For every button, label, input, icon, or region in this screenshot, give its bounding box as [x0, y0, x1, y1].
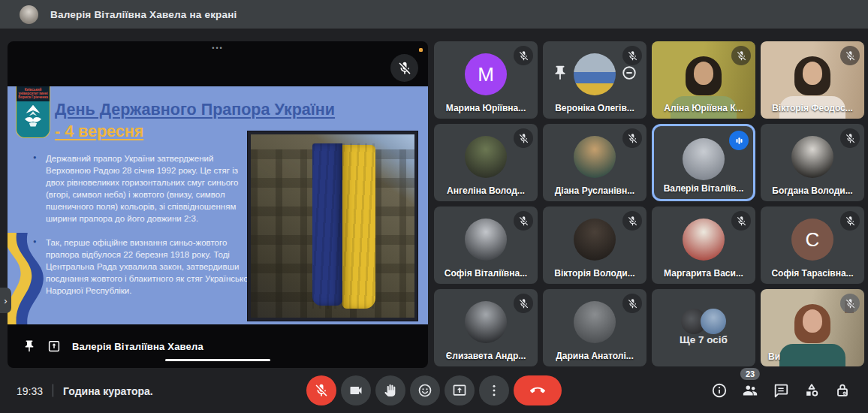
participants-grid: MМарина Юріївна...Вероніка Олегів...Алін… [434, 41, 864, 366]
participant-tile-12[interactable]: CСофія Тарасівна... [761, 206, 864, 284]
mic-off-icon [514, 46, 533, 65]
end-call-button[interactable] [514, 375, 562, 405]
participant-tile-3[interactable]: Аліна Юріївна К... [652, 41, 755, 119]
participant-tile-15[interactable]: Ще 7 осіб [652, 289, 755, 366]
avatar [791, 136, 833, 178]
participant-name: Вікторія Феодос... [761, 103, 864, 113]
participant-tile-16[interactable]: Ви [761, 289, 864, 366]
mic-off-icon [731, 46, 751, 65]
screen-share-banner: Валерія Віталіївна Хавела на екрані [0, 0, 868, 29]
slide-title-line1: День Державного Прапора України [55, 101, 335, 119]
mic-off-icon [622, 294, 642, 313]
people-button[interactable]: 23 [735, 374, 765, 407]
clock-label: 19:33 [17, 384, 43, 396]
slide-progress-line [165, 359, 270, 361]
participant-name: Аліна Юріївна К... [652, 103, 755, 113]
avatar [683, 138, 725, 180]
mic-off-icon [731, 211, 751, 231]
microphone-button[interactable] [306, 375, 336, 405]
camera-button[interactable] [341, 375, 371, 405]
share-footer: Валерія Віталіївна Хавела [8, 324, 428, 368]
overflow-avatars [681, 309, 726, 334]
presenter-mic-off-icon [390, 54, 418, 82]
participant-name: Вікторія Володи... [543, 268, 646, 279]
remove-from-screen-icon[interactable] [47, 339, 61, 353]
participant-name: Дарина Анатолі... [543, 351, 646, 361]
mini-avatar [701, 309, 726, 334]
participant-tile-10[interactable]: Вікторія Володи... [543, 206, 646, 284]
raise-hand-button[interactable] [375, 375, 405, 405]
participant-tile-1[interactable]: MМарина Юріївна... [434, 41, 538, 119]
participant-name: Вероніка Олегів... [543, 103, 646, 113]
participant-tile-2[interactable]: Вероніка Олегів... [543, 41, 646, 119]
mic-off-icon [840, 211, 860, 231]
reactions-button[interactable] [410, 375, 440, 405]
participant-tile-8[interactable]: Богдана Володи... [761, 124, 864, 201]
more-options-button[interactable] [479, 375, 509, 405]
participant-tile-9[interactable]: Софія Віталіївна... [434, 206, 538, 284]
pin-participant-icon[interactable] [552, 65, 568, 84]
mic-off-icon [840, 294, 860, 313]
avatar [683, 219, 725, 261]
mic-off-icon [514, 294, 533, 313]
participant-count-badge: 23 [740, 368, 760, 380]
participant-tile-11[interactable]: Маргарита Васи... [652, 206, 755, 284]
participant-name: Марина Юріївна... [434, 103, 538, 113]
presentation-slide: Київський університет імені Бориса Грінч… [8, 86, 428, 324]
shared-screen-tile[interactable]: ••• Київський університет імені Бориса Г… [8, 41, 428, 368]
present-button[interactable] [445, 375, 475, 405]
meeting-name-label: Година куратора. [63, 384, 153, 396]
flag-ribbon-graphic [8, 233, 60, 324]
avatar: M [465, 53, 507, 95]
remove-participant-icon[interactable] [621, 65, 637, 84]
mic-off-icon [622, 211, 642, 231]
host-controls-button[interactable] [827, 374, 857, 407]
presenter-on-screen-label: Валерія Віталіївна Хавела на екрані [50, 9, 237, 20]
panel-controls: 23 [704, 374, 857, 407]
meeting-info: 19:33 Година куратора. [17, 384, 153, 397]
speaking-indicator [729, 131, 749, 150]
participant-tile-5[interactable]: Ангеліна Волод... [434, 124, 538, 201]
divider [53, 384, 53, 397]
avatar [465, 219, 507, 261]
avatar [574, 301, 616, 343]
participant-tile-4[interactable]: Вікторія Феодос... [761, 41, 864, 119]
activities-button[interactable] [797, 374, 827, 407]
mic-off-icon [514, 211, 533, 231]
share-tile-menu-dots[interactable]: ••• [212, 44, 223, 52]
person-face [803, 309, 822, 333]
expand-panel-tab[interactable]: › [0, 288, 11, 313]
participant-tile-6[interactable]: Діана Русланівн... [543, 124, 646, 201]
avatar [465, 136, 507, 178]
participant-tile-14[interactable]: Дарина Анатолі... [543, 289, 646, 366]
presenter-name-label: Валерія Віталіївна Хавела [72, 341, 203, 352]
pin-icon[interactable] [23, 339, 36, 353]
chat-button[interactable] [766, 374, 796, 407]
university-logo: Київський університет імені Бориса Грінч… [16, 86, 50, 138]
participant-name: Богдана Володи... [761, 185, 864, 196]
participant-tile-7[interactable]: Валерія Віталіїв... [652, 124, 755, 201]
participant-name: Діана Русланівн... [543, 185, 646, 196]
participant-name: Ангеліна Волод... [434, 185, 538, 196]
share-notification-dot [419, 48, 423, 52]
participant-name: Ще 7 осіб [652, 334, 755, 345]
person-face [694, 62, 713, 85]
meeting-details-button[interactable] [704, 374, 734, 407]
university-logo-text: Київський університет імені Бориса Грінч… [17, 86, 50, 101]
slide-bullet: Так, перше офіційне визнання синьо-жовто… [33, 237, 255, 297]
mic-off-icon [840, 128, 860, 148]
mic-off-icon [622, 128, 642, 148]
participant-name: Софія Віталіївна... [434, 268, 538, 279]
avatar [574, 219, 616, 261]
mic-off-icon [622, 46, 642, 65]
slide-bullet: Державний прапор України затверджений Ве… [33, 152, 255, 225]
mic-off-icon [840, 46, 860, 65]
avatar [574, 136, 616, 178]
avatar: C [791, 219, 833, 261]
participant-tile-13[interactable]: Єлизавета Андр... [434, 289, 538, 366]
presenter-avatar [20, 5, 38, 24]
participant-name: Ви [761, 351, 864, 362]
flag-folds [312, 143, 375, 309]
person-face [803, 62, 822, 85]
flag-on-building-photo [248, 131, 417, 321]
